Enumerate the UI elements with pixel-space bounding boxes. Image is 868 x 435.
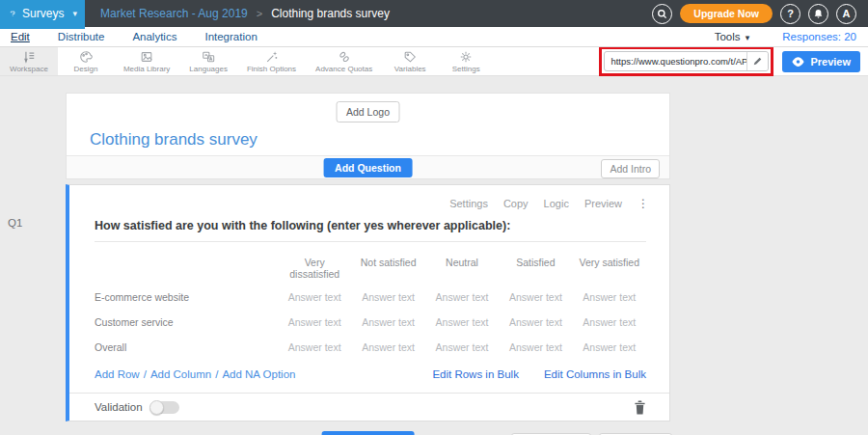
toolbar-item-variables[interactable]: Variables xyxy=(382,47,438,75)
matrix-answer-cell[interactable]: Answer text xyxy=(351,310,424,335)
section-nav-links: EditDistributeAnalyticsIntegration xyxy=(11,31,258,42)
toolbar-item-languages[interactable]: Languages xyxy=(179,47,237,75)
toolbar-item-label: Finish Options xyxy=(247,65,296,73)
question-action-copy[interactable]: Copy xyxy=(503,198,529,209)
survey-title[interactable]: Clothing brands survey xyxy=(90,130,258,150)
matrix-answer-cell[interactable]: Answer text xyxy=(351,335,424,360)
matrix-column-header[interactable]: Very dissatisfied xyxy=(278,242,351,285)
add-column-link[interactable]: Add Column xyxy=(150,368,211,380)
matrix-column-header[interactable]: Neutral xyxy=(425,242,499,285)
matrix-answer-cell[interactable]: Answer text xyxy=(573,285,646,310)
questionpro-logo-icon xyxy=(10,6,15,21)
matrix-column-header[interactable]: Not satisfied xyxy=(351,242,424,285)
between-questions-row: Add Question ✂ Page Break Separator xyxy=(66,431,670,435)
matrix-answer-cell[interactable]: Answer text xyxy=(425,285,499,310)
validation-toggle[interactable] xyxy=(150,401,179,414)
add-question-button-bottom[interactable]: Add Question xyxy=(321,431,415,435)
pencil-icon xyxy=(752,56,763,67)
add-row-link[interactable]: Add Row xyxy=(95,368,140,380)
toolbar-right: https://www.questionpro.com/t/APNrFZ Pre… xyxy=(599,47,868,75)
matrix-row-label[interactable]: Customer service xyxy=(95,310,278,335)
toolbar-item-settings[interactable]: Settings xyxy=(438,47,494,75)
answer-matrix: Very dissatisfiedNot satisfiedNeutralSat… xyxy=(95,242,646,360)
nav-tab-distribute[interactable]: Distribute xyxy=(58,31,105,42)
survey-content-column: Add Logo Clothing brands survey Add Ques… xyxy=(66,93,670,435)
toggle-knob xyxy=(149,400,164,415)
toolbar-item-label: Settings xyxy=(452,65,480,73)
breadcrumb-parent[interactable]: Market Research - Aug 2019 xyxy=(100,7,248,20)
nav-tab-analytics[interactable]: Analytics xyxy=(132,31,176,42)
toolbar-item-media-library[interactable]: Media Library xyxy=(114,47,179,75)
avatar[interactable]: A xyxy=(836,4,856,24)
upgrade-now-button[interactable]: Upgrade Now xyxy=(680,4,773,23)
survey-url-field[interactable]: https://www.questionpro.com/t/APNrFZ xyxy=(604,51,769,71)
add-question-button[interactable]: Add Question xyxy=(323,158,413,177)
section-nav-right: Tools ▾ Responses: 20 xyxy=(715,31,856,42)
matrix-answer-cell[interactable]: Answer text xyxy=(351,285,424,310)
wand-icon xyxy=(265,50,279,64)
toolbar-item-label: Workspace xyxy=(10,65,48,73)
matrix-column-header[interactable]: Satisfied xyxy=(499,242,572,285)
top-bar: Surveys ▾ Market Research - Aug 2019 > C… xyxy=(0,0,868,27)
question-action-settings[interactable]: Settings xyxy=(449,198,488,209)
question-links-row: Add Row/Add Column/Add NA Option Edit Ro… xyxy=(95,368,646,380)
topbar-actions: Upgrade Now ? A xyxy=(652,0,868,27)
bulk-edit-links: Edit Rows in Bulk Edit Columns in Bulk xyxy=(432,368,646,380)
matrix-column-header[interactable]: Very satisfied xyxy=(573,242,646,285)
help-button[interactable]: ? xyxy=(780,4,800,24)
matrix-row-label[interactable]: E-commerce website xyxy=(95,285,278,310)
matrix-answer-cell[interactable]: Answer text xyxy=(499,285,572,310)
question-text[interactable]: How satisfied are you with the following… xyxy=(95,219,510,232)
notifications-button[interactable] xyxy=(808,4,828,24)
search-button[interactable] xyxy=(652,4,672,24)
matrix-answer-cell[interactable]: Answer text xyxy=(278,285,351,310)
editor-canvas: Q1 Add Logo Clothing brands survey Add Q… xyxy=(0,76,868,435)
nav-tab-edit[interactable]: Edit xyxy=(11,31,30,42)
edit-url-button[interactable] xyxy=(746,52,768,70)
preview-button[interactable]: Preview xyxy=(782,51,860,72)
matrix-answer-cell[interactable]: Answer text xyxy=(573,310,646,335)
nav-tab-integration[interactable]: Integration xyxy=(204,31,257,42)
toolbar-item-design[interactable]: Design xyxy=(58,47,114,75)
responses-count[interactable]: Responses: 20 xyxy=(782,31,856,42)
matrix-answer-cell[interactable]: Answer text xyxy=(425,310,499,335)
question-action-logic[interactable]: Logic xyxy=(544,198,569,209)
matrix-answer-cell[interactable]: Answer text xyxy=(499,310,572,335)
chevron-down-icon: ▾ xyxy=(72,9,77,18)
question-text-field[interactable]: How satisfied are you with the following… xyxy=(95,219,646,242)
matrix-answer-cell[interactable]: Answer text xyxy=(278,335,351,360)
tools-menu[interactable]: Tools ▾ xyxy=(715,31,750,42)
toolbar-item-label: Languages xyxy=(189,65,228,73)
preview-button-label: Preview xyxy=(810,56,851,68)
toolbar-item-finish-options[interactable]: Finish Options xyxy=(237,47,306,75)
validation-label: Validation xyxy=(95,401,143,413)
row-column-links: Add Row/Add Column/Add NA Option xyxy=(95,368,295,380)
toolbar-item-workspace[interactable]: Workspace xyxy=(0,47,58,75)
survey-url-value[interactable]: https://www.questionpro.com/t/APNrFZ xyxy=(605,56,746,67)
add-na-option-link[interactable]: Add NA Option xyxy=(222,368,295,380)
surveys-menu-label: Surveys xyxy=(22,7,64,20)
add-intro-button[interactable]: Add Intro xyxy=(601,159,660,178)
matrix-answer-cell[interactable]: Answer text xyxy=(499,335,572,360)
search-icon xyxy=(657,9,667,19)
image-icon xyxy=(140,50,153,64)
matrix-answer-cell[interactable]: Answer text xyxy=(425,335,499,360)
matrix-row-label[interactable]: Overall xyxy=(95,335,278,360)
palette-icon xyxy=(79,50,93,64)
question-action-preview[interactable]: Preview xyxy=(584,198,622,209)
surveys-menu[interactable]: Surveys ▾ xyxy=(0,0,85,27)
question-footer: Validation xyxy=(69,393,669,421)
delete-question-button[interactable] xyxy=(634,400,646,415)
toolbar-item-advance-quotas[interactable]: Advance Quotas xyxy=(306,47,382,75)
bell-icon xyxy=(813,9,824,19)
gear-icon xyxy=(459,50,473,64)
edit-columns-in-bulk-link[interactable]: Edit Columns in Bulk xyxy=(544,368,646,380)
vertical-dots-icon[interactable]: ⋮ xyxy=(637,197,648,210)
edit-rows-in-bulk-link[interactable]: Edit Rows in Bulk xyxy=(432,368,518,380)
matrix-answer-cell[interactable]: Answer text xyxy=(573,335,646,360)
link-separator: / xyxy=(215,368,218,380)
add-logo-button[interactable]: Add Logo xyxy=(336,101,400,122)
trash-icon xyxy=(634,400,646,415)
toolbar-items: WorkspaceDesignMedia LibraryLanguagesFin… xyxy=(0,47,494,75)
matrix-answer-cell[interactable]: Answer text xyxy=(278,310,351,335)
